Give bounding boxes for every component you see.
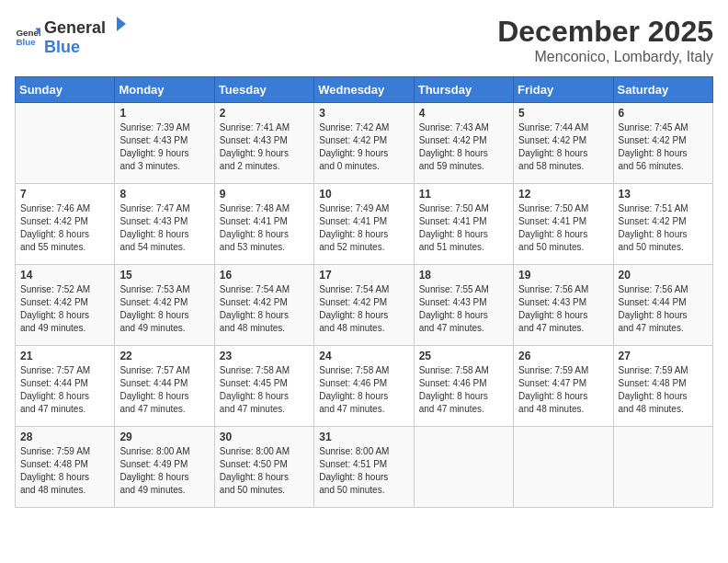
calendar-cell: 9Sunrise: 7:48 AM Sunset: 4:41 PM Daylig… <box>214 184 313 265</box>
calendar-cell: 13Sunrise: 7:51 AM Sunset: 4:42 PM Dayli… <box>613 184 712 265</box>
day-info: Sunrise: 7:58 AM Sunset: 4:46 PM Dayligh… <box>319 364 408 416</box>
day-info: Sunrise: 7:59 AM Sunset: 4:48 PM Dayligh… <box>20 445 109 497</box>
column-header-sunday: Sunday <box>16 77 115 103</box>
calendar-cell: 16Sunrise: 7:54 AM Sunset: 4:42 PM Dayli… <box>214 265 313 346</box>
day-number: 11 <box>419 188 508 201</box>
calendar-cell: 20Sunrise: 7:56 AM Sunset: 4:44 PM Dayli… <box>613 265 712 346</box>
day-info: Sunrise: 7:53 AM Sunset: 4:42 PM Dayligh… <box>119 283 209 335</box>
calendar-week-row: 21Sunrise: 7:57 AM Sunset: 4:44 PM Dayli… <box>16 346 713 427</box>
calendar-cell: 14Sunrise: 7:52 AM Sunset: 4:42 PM Dayli… <box>16 265 115 346</box>
main-title: December 2025 <box>497 15 713 49</box>
calendar-cell: 3Sunrise: 7:42 AM Sunset: 4:42 PM Daylig… <box>314 103 414 184</box>
calendar-cell: 4Sunrise: 7:43 AM Sunset: 4:42 PM Daylig… <box>414 103 513 184</box>
day-number: 18 <box>419 269 508 282</box>
calendar-cell: 5Sunrise: 7:44 AM Sunset: 4:42 PM Daylig… <box>514 103 613 184</box>
day-info: Sunrise: 7:52 AM Sunset: 4:42 PM Dayligh… <box>20 283 109 335</box>
day-number: 30 <box>220 431 309 443</box>
calendar-cell: 19Sunrise: 7:56 AM Sunset: 4:43 PM Dayli… <box>514 265 613 346</box>
day-info: Sunrise: 7:41 AM Sunset: 4:43 PM Dayligh… <box>220 121 309 173</box>
day-info: Sunrise: 8:00 AM Sunset: 4:50 PM Dayligh… <box>220 445 309 497</box>
day-number: 5 <box>518 107 608 120</box>
subtitle: Menconico, Lombardy, Italy <box>497 49 713 65</box>
column-header-saturday: Saturday <box>613 77 712 103</box>
header: General Blue General Blue December 2025 … <box>15 15 713 65</box>
day-number: 4 <box>419 107 508 120</box>
column-header-tuesday: Tuesday <box>214 77 313 103</box>
calendar-cell: 1Sunrise: 7:39 AM Sunset: 4:43 PM Daylig… <box>115 103 214 184</box>
calendar-cell: 30Sunrise: 8:00 AM Sunset: 4:50 PM Dayli… <box>214 427 313 508</box>
day-number: 6 <box>619 107 708 120</box>
day-info: Sunrise: 7:42 AM Sunset: 4:42 PM Dayligh… <box>319 121 408 173</box>
calendar-cell: 21Sunrise: 7:57 AM Sunset: 4:44 PM Dayli… <box>16 346 115 427</box>
calendar-week-row: 14Sunrise: 7:52 AM Sunset: 4:42 PM Dayli… <box>16 265 713 346</box>
title-block: December 2025 Menconico, Lombardy, Italy <box>497 15 713 65</box>
calendar-table: SundayMondayTuesdayWednesdayThursdayFrid… <box>15 76 713 508</box>
calendar-cell: 7Sunrise: 7:46 AM Sunset: 4:42 PM Daylig… <box>16 184 115 265</box>
day-number: 21 <box>20 350 109 362</box>
calendar-cell: 15Sunrise: 7:53 AM Sunset: 4:42 PM Dayli… <box>115 265 214 346</box>
day-info: Sunrise: 7:54 AM Sunset: 4:42 PM Dayligh… <box>319 283 408 335</box>
day-info: Sunrise: 8:00 AM Sunset: 4:51 PM Dayligh… <box>319 445 408 497</box>
calendar-cell: 23Sunrise: 7:58 AM Sunset: 4:45 PM Dayli… <box>214 346 313 427</box>
calendar-cell: 2Sunrise: 7:41 AM Sunset: 4:43 PM Daylig… <box>214 103 313 184</box>
calendar-cell: 6Sunrise: 7:45 AM Sunset: 4:42 PM Daylig… <box>613 103 712 184</box>
calendar-cell: 29Sunrise: 8:00 AM Sunset: 4:49 PM Dayli… <box>115 427 214 508</box>
calendar-cell: 12Sunrise: 7:50 AM Sunset: 4:41 PM Dayli… <box>514 184 613 265</box>
calendar-cell: 8Sunrise: 7:47 AM Sunset: 4:43 PM Daylig… <box>115 184 214 265</box>
day-info: Sunrise: 7:58 AM Sunset: 4:46 PM Dayligh… <box>419 364 508 416</box>
day-info: Sunrise: 7:59 AM Sunset: 4:48 PM Dayligh… <box>619 364 708 416</box>
calendar-cell: 18Sunrise: 7:55 AM Sunset: 4:43 PM Dayli… <box>414 265 513 346</box>
column-header-wednesday: Wednesday <box>314 77 414 103</box>
calendar-cell: 17Sunrise: 7:54 AM Sunset: 4:42 PM Dayli… <box>314 265 414 346</box>
day-info: Sunrise: 7:57 AM Sunset: 4:44 PM Dayligh… <box>119 364 209 416</box>
day-number: 1 <box>119 107 209 120</box>
day-info: Sunrise: 7:56 AM Sunset: 4:43 PM Dayligh… <box>518 283 608 335</box>
day-number: 8 <box>119 188 209 201</box>
day-info: Sunrise: 7:48 AM Sunset: 4:41 PM Dayligh… <box>220 202 309 254</box>
logo: General Blue General Blue <box>15 15 128 57</box>
calendar-cell: 11Sunrise: 7:50 AM Sunset: 4:41 PM Dayli… <box>414 184 513 265</box>
day-number: 28 <box>20 431 109 443</box>
day-number: 26 <box>518 350 608 362</box>
calendar-header-row: SundayMondayTuesdayWednesdayThursdayFrid… <box>16 77 713 103</box>
day-number: 14 <box>20 269 109 282</box>
day-info: Sunrise: 7:47 AM Sunset: 4:43 PM Dayligh… <box>119 202 209 254</box>
day-info: Sunrise: 7:51 AM Sunset: 4:42 PM Dayligh… <box>619 202 708 254</box>
day-info: Sunrise: 7:50 AM Sunset: 4:41 PM Dayligh… <box>518 202 608 254</box>
logo-icon: General Blue <box>15 23 40 49</box>
logo-text-blue: Blue <box>44 38 80 56</box>
day-number: 9 <box>220 188 309 201</box>
day-number: 29 <box>119 431 209 443</box>
day-info: Sunrise: 7:59 AM Sunset: 4:47 PM Dayligh… <box>518 364 608 416</box>
day-number: 15 <box>119 269 209 282</box>
calendar-cell <box>414 427 513 508</box>
calendar-cell <box>613 427 712 508</box>
day-number: 20 <box>619 269 708 282</box>
day-info: Sunrise: 7:58 AM Sunset: 4:45 PM Dayligh… <box>220 364 309 416</box>
day-number: 13 <box>619 188 708 201</box>
day-info: Sunrise: 7:49 AM Sunset: 4:41 PM Dayligh… <box>319 202 408 254</box>
day-info: Sunrise: 7:39 AM Sunset: 4:43 PM Dayligh… <box>119 121 209 173</box>
day-number: 12 <box>518 188 608 201</box>
day-info: Sunrise: 7:56 AM Sunset: 4:44 PM Dayligh… <box>619 283 708 335</box>
calendar-cell: 22Sunrise: 7:57 AM Sunset: 4:44 PM Dayli… <box>115 346 214 427</box>
calendar-cell: 24Sunrise: 7:58 AM Sunset: 4:46 PM Dayli… <box>314 346 414 427</box>
calendar-week-row: 1Sunrise: 7:39 AM Sunset: 4:43 PM Daylig… <box>16 103 713 184</box>
calendar-week-row: 28Sunrise: 7:59 AM Sunset: 4:48 PM Dayli… <box>16 427 713 508</box>
svg-marker-3 <box>117 17 126 31</box>
day-info: Sunrise: 7:45 AM Sunset: 4:42 PM Dayligh… <box>619 121 708 173</box>
day-number: 17 <box>319 269 408 282</box>
day-number: 31 <box>319 431 408 443</box>
svg-text:Blue: Blue <box>16 37 36 47</box>
column-header-monday: Monday <box>115 77 214 103</box>
logo-text-general: General <box>44 18 106 38</box>
day-info: Sunrise: 7:50 AM Sunset: 4:41 PM Dayligh… <box>419 202 508 254</box>
calendar-cell: 10Sunrise: 7:49 AM Sunset: 4:41 PM Dayli… <box>314 184 414 265</box>
day-info: Sunrise: 7:57 AM Sunset: 4:44 PM Dayligh… <box>20 364 109 416</box>
logo-triangle-icon <box>109 15 128 33</box>
day-number: 2 <box>220 107 309 120</box>
calendar-cell <box>514 427 613 508</box>
calendar-cell: 28Sunrise: 7:59 AM Sunset: 4:48 PM Dayli… <box>16 427 115 508</box>
calendar-cell: 25Sunrise: 7:58 AM Sunset: 4:46 PM Dayli… <box>414 346 513 427</box>
day-info: Sunrise: 7:43 AM Sunset: 4:42 PM Dayligh… <box>419 121 508 173</box>
